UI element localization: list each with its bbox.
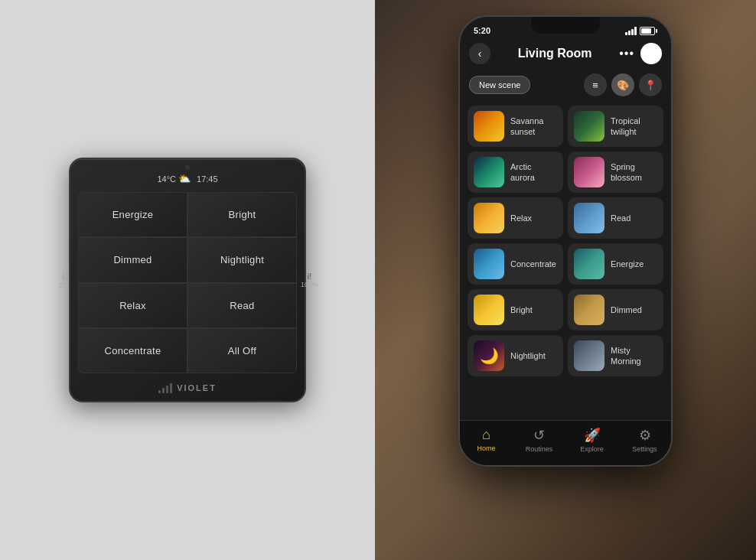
- scene-label-energize: Energize: [611, 259, 644, 269]
- battery-icon: [640, 27, 657, 35]
- scene-label-relax: Relax: [510, 213, 532, 223]
- back-button[interactable]: ‹: [469, 43, 490, 64]
- scene-thumb-read: [574, 203, 604, 233]
- more-options-button[interactable]: •••: [619, 47, 634, 60]
- nav-explore-label: Explore: [580, 445, 604, 453]
- phone-frame: 5:20: [458, 15, 673, 467]
- nav-explore[interactable]: 🚀 Explore: [565, 427, 618, 453]
- scene-aurora[interactable]: Arctic aurora: [468, 151, 563, 193]
- scene-thumb-relax: [474, 203, 504, 233]
- scene-misty[interactable]: Misty Morning: [568, 335, 663, 376]
- scene-label-bright: Bright: [510, 304, 533, 315]
- scene-label-nightlight: Nightlight: [510, 350, 546, 361]
- btn-bright[interactable]: Bright: [187, 192, 297, 237]
- scene-row-1: Savanna sunset Tropical twilight: [468, 106, 663, 147]
- scene-thumb-tropical: [574, 111, 604, 142]
- scene-row-6: 🌙 Nightlight Misty Morning: [468, 335, 663, 376]
- location-button[interactable]: 📍: [639, 73, 662, 96]
- phone-header: ‹ Living Room •••: [460, 38, 671, 70]
- scene-label-spring: Spring blossom: [611, 161, 657, 184]
- scene-thumb-bright: [474, 295, 504, 325]
- phone-wrapper: 5:20: [458, 15, 673, 467]
- device-button-grid: Energize Bright Dimmed Nightlight Relax …: [70, 189, 305, 379]
- side-right-indicator: i! 100%: [301, 272, 318, 288]
- btn-dimmed[interactable]: Dimmed: [78, 237, 187, 282]
- scene-label-read: Read: [611, 213, 631, 223]
- scene-label-savanna: Savanna sunset: [510, 116, 557, 138]
- signal-icon: [625, 27, 637, 35]
- scene-tropical[interactable]: Tropical twilight: [568, 106, 663, 147]
- device-temp: 14°C ⛅: [157, 173, 191, 184]
- header-right: •••: [619, 43, 662, 64]
- nav-settings[interactable]: ⚙ Settings: [618, 427, 671, 453]
- status-time: 5:20: [474, 26, 490, 35]
- scene-row-3: Relax Read: [468, 197, 663, 239]
- new-scene-button[interactable]: New scene: [469, 76, 530, 94]
- nav-home-label: Home: [477, 444, 495, 452]
- scene-label-misty: Misty Morning: [611, 345, 657, 367]
- btn-all-off[interactable]: All Off: [187, 328, 297, 373]
- list-view-button[interactable]: ≡: [584, 73, 607, 96]
- right-panel: 5:20: [375, 0, 756, 560]
- scenes-list: Savanna sunset Tropical twilight Arctic …: [460, 103, 671, 420]
- bars-icon: [158, 383, 172, 393]
- palette-button[interactable]: 🎨: [611, 73, 634, 96]
- scene-row-2: Arctic aurora Spring blossom: [468, 151, 663, 193]
- scene-thumb-energize: [574, 249, 604, 279]
- scene-thumb-spring: [574, 157, 604, 187]
- scene-thumb-nightlight: 🌙: [474, 340, 504, 371]
- scene-bright[interactable]: Bright: [468, 289, 563, 330]
- device-time: 17:45: [197, 174, 218, 184]
- scene-thumb-misty: [574, 340, 604, 371]
- scene-read[interactable]: Read: [568, 197, 663, 239]
- scene-label-dimmed: Dimmed: [611, 304, 642, 315]
- btn-energize[interactable]: Energize: [78, 192, 187, 237]
- scene-nightlight[interactable]: 🌙 Nightlight: [468, 335, 563, 376]
- scene-savanna[interactable]: Savanna sunset: [468, 106, 563, 147]
- scene-dimmed[interactable]: Dimmed: [568, 289, 663, 330]
- scene-thumb-aurora: [474, 157, 504, 187]
- scene-thumb-savanna: [474, 111, 504, 142]
- home-icon: ⌂: [482, 427, 490, 443]
- btn-nightlight[interactable]: Nightlight: [187, 237, 297, 282]
- device-bottom-bar: VIOLET: [70, 379, 305, 401]
- left-panel: 🌡 22° i! 100% 14°C ⛅ 17:45 Energize Brig…: [0, 0, 375, 560]
- scene-thumb-concentrate: [474, 249, 504, 279]
- scene-concentrate[interactable]: Concentrate: [468, 243, 563, 285]
- scene-label-concentrate: Concentrate: [510, 259, 556, 269]
- device-name-label: VIOLET: [177, 383, 217, 392]
- phone-toolbar: New scene ≡ 🎨 📍: [460, 70, 671, 103]
- phone-bottom-nav: ⌂ Home ↺ Routines 🚀 Explore ⚙ Settings: [460, 420, 671, 465]
- scene-energize[interactable]: Energize: [568, 243, 663, 285]
- nav-home[interactable]: ⌂ Home: [460, 427, 513, 453]
- room-title: Living Room: [518, 47, 592, 60]
- scene-row-5: Bright Dimmed: [468, 289, 663, 330]
- device-status-bar: 14°C ⛅ 17:45: [70, 159, 305, 189]
- nav-routines[interactable]: ↺ Routines: [513, 427, 565, 453]
- phone-notch: [531, 17, 600, 34]
- routines-icon: ↺: [533, 427, 545, 444]
- side-left-indicator: 🌡 22°: [58, 271, 69, 289]
- btn-concentrate[interactable]: Concentrate: [78, 328, 187, 373]
- weather-icon: ⛅: [178, 173, 191, 184]
- device-camera: [185, 165, 190, 170]
- wall-device: 🌡 22° i! 100% 14°C ⛅ 17:45 Energize Brig…: [69, 158, 306, 402]
- toolbar-icons: ≡ 🎨 📍: [584, 73, 662, 96]
- explore-icon: 🚀: [584, 427, 601, 444]
- scene-thumb-dimmed: [574, 295, 604, 325]
- btn-read[interactable]: Read: [187, 283, 297, 328]
- scene-relax[interactable]: Relax: [468, 197, 563, 239]
- phone-screen: 5:20: [460, 17, 671, 465]
- avatar[interactable]: [640, 43, 662, 64]
- scene-label-aurora: Arctic aurora: [510, 161, 557, 184]
- scene-label-tropical: Tropical twilight: [611, 116, 657, 138]
- settings-icon: ⚙: [639, 427, 651, 444]
- status-icons: [625, 27, 657, 35]
- btn-relax[interactable]: Relax: [78, 283, 187, 328]
- scene-row-4: Concentrate Energize: [468, 243, 663, 285]
- nav-routines-label: Routines: [526, 445, 553, 453]
- scene-spring[interactable]: Spring blossom: [568, 151, 663, 193]
- nav-settings-label: Settings: [632, 445, 657, 453]
